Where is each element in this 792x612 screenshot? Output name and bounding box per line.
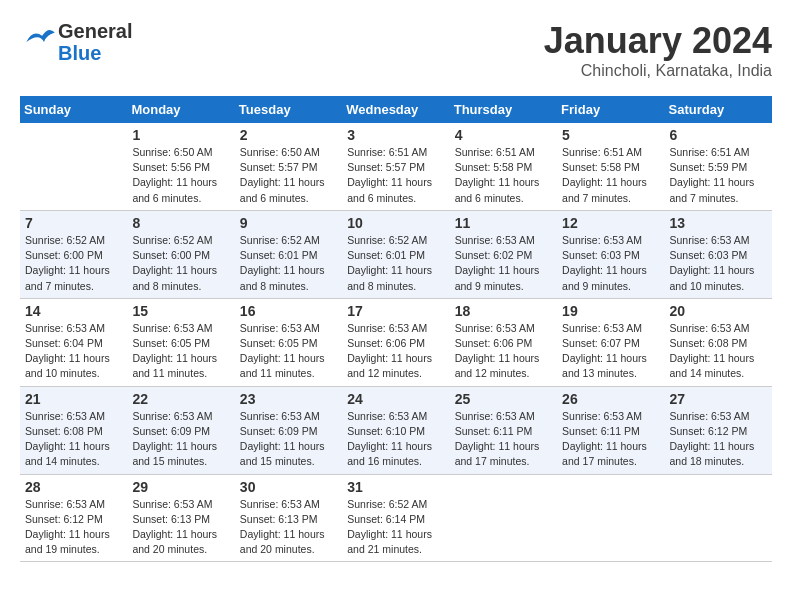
weekday-header-sunday: Sunday: [20, 96, 127, 123]
day-number: 6: [670, 127, 767, 143]
day-number: 31: [347, 479, 444, 495]
day-info: Sunrise: 6:51 AM Sunset: 5:58 PM Dayligh…: [455, 145, 552, 206]
calendar-cell: 14Sunrise: 6:53 AM Sunset: 6:04 PM Dayli…: [20, 298, 127, 386]
day-number: 25: [455, 391, 552, 407]
day-info: Sunrise: 6:53 AM Sunset: 6:05 PM Dayligh…: [132, 321, 229, 382]
calendar-cell: 21Sunrise: 6:53 AM Sunset: 6:08 PM Dayli…: [20, 386, 127, 474]
calendar-cell: 2Sunrise: 6:50 AM Sunset: 5:57 PM Daylig…: [235, 123, 342, 210]
day-number: 10: [347, 215, 444, 231]
day-info: Sunrise: 6:50 AM Sunset: 5:56 PM Dayligh…: [132, 145, 229, 206]
weekday-header-row: SundayMondayTuesdayWednesdayThursdayFrid…: [20, 96, 772, 123]
day-number: 7: [25, 215, 122, 231]
day-number: 1: [132, 127, 229, 143]
day-number: 20: [670, 303, 767, 319]
calendar-cell: 13Sunrise: 6:53 AM Sunset: 6:03 PM Dayli…: [665, 210, 772, 298]
weekday-header-thursday: Thursday: [450, 96, 557, 123]
day-number: 30: [240, 479, 337, 495]
calendar-cell: 9Sunrise: 6:52 AM Sunset: 6:01 PM Daylig…: [235, 210, 342, 298]
day-number: 12: [562, 215, 659, 231]
day-info: Sunrise: 6:51 AM Sunset: 5:58 PM Dayligh…: [562, 145, 659, 206]
day-info: Sunrise: 6:52 AM Sunset: 6:00 PM Dayligh…: [132, 233, 229, 294]
day-info: Sunrise: 6:53 AM Sunset: 6:08 PM Dayligh…: [25, 409, 122, 470]
week-row-3: 14Sunrise: 6:53 AM Sunset: 6:04 PM Dayli…: [20, 298, 772, 386]
day-info: Sunrise: 6:53 AM Sunset: 6:06 PM Dayligh…: [347, 321, 444, 382]
day-number: 2: [240, 127, 337, 143]
day-info: Sunrise: 6:51 AM Sunset: 5:57 PM Dayligh…: [347, 145, 444, 206]
day-info: Sunrise: 6:53 AM Sunset: 6:05 PM Dayligh…: [240, 321, 337, 382]
day-info: Sunrise: 6:52 AM Sunset: 6:14 PM Dayligh…: [347, 497, 444, 558]
calendar-cell: 28Sunrise: 6:53 AM Sunset: 6:12 PM Dayli…: [20, 474, 127, 562]
day-number: 16: [240, 303, 337, 319]
calendar-table: SundayMondayTuesdayWednesdayThursdayFrid…: [20, 96, 772, 562]
day-info: Sunrise: 6:53 AM Sunset: 6:11 PM Dayligh…: [562, 409, 659, 470]
day-info: Sunrise: 6:53 AM Sunset: 6:03 PM Dayligh…: [670, 233, 767, 294]
calendar-cell: 24Sunrise: 6:53 AM Sunset: 6:10 PM Dayli…: [342, 386, 449, 474]
logo: General Blue: [20, 20, 132, 64]
day-number: 13: [670, 215, 767, 231]
day-number: 26: [562, 391, 659, 407]
day-number: 11: [455, 215, 552, 231]
calendar-cell: 4Sunrise: 6:51 AM Sunset: 5:58 PM Daylig…: [450, 123, 557, 210]
calendar-cell: 20Sunrise: 6:53 AM Sunset: 6:08 PM Dayli…: [665, 298, 772, 386]
day-info: Sunrise: 6:53 AM Sunset: 6:02 PM Dayligh…: [455, 233, 552, 294]
day-info: Sunrise: 6:53 AM Sunset: 6:12 PM Dayligh…: [25, 497, 122, 558]
weekday-header-wednesday: Wednesday: [342, 96, 449, 123]
calendar-cell: 23Sunrise: 6:53 AM Sunset: 6:09 PM Dayli…: [235, 386, 342, 474]
day-info: Sunrise: 6:53 AM Sunset: 6:04 PM Dayligh…: [25, 321, 122, 382]
day-number: 18: [455, 303, 552, 319]
week-row-4: 21Sunrise: 6:53 AM Sunset: 6:08 PM Dayli…: [20, 386, 772, 474]
calendar-cell: 19Sunrise: 6:53 AM Sunset: 6:07 PM Dayli…: [557, 298, 664, 386]
calendar-cell: 18Sunrise: 6:53 AM Sunset: 6:06 PM Dayli…: [450, 298, 557, 386]
calendar-cell: [665, 474, 772, 562]
calendar-cell: 10Sunrise: 6:52 AM Sunset: 6:01 PM Dayli…: [342, 210, 449, 298]
title-block: January 2024 Chincholi, Karnataka, India: [544, 20, 772, 80]
day-info: Sunrise: 6:52 AM Sunset: 6:01 PM Dayligh…: [347, 233, 444, 294]
month-title: January 2024: [544, 20, 772, 62]
weekday-header-friday: Friday: [557, 96, 664, 123]
week-row-2: 7Sunrise: 6:52 AM Sunset: 6:00 PM Daylig…: [20, 210, 772, 298]
day-number: 3: [347, 127, 444, 143]
day-info: Sunrise: 6:53 AM Sunset: 6:07 PM Dayligh…: [562, 321, 659, 382]
calendar-cell: 26Sunrise: 6:53 AM Sunset: 6:11 PM Dayli…: [557, 386, 664, 474]
calendar-cell: 11Sunrise: 6:53 AM Sunset: 6:02 PM Dayli…: [450, 210, 557, 298]
day-number: 8: [132, 215, 229, 231]
day-number: 27: [670, 391, 767, 407]
day-info: Sunrise: 6:53 AM Sunset: 6:06 PM Dayligh…: [455, 321, 552, 382]
calendar-cell: 6Sunrise: 6:51 AM Sunset: 5:59 PM Daylig…: [665, 123, 772, 210]
day-info: Sunrise: 6:53 AM Sunset: 6:11 PM Dayligh…: [455, 409, 552, 470]
calendar-cell: 25Sunrise: 6:53 AM Sunset: 6:11 PM Dayli…: [450, 386, 557, 474]
page-header: General Blue January 2024 Chincholi, Kar…: [20, 20, 772, 80]
day-info: Sunrise: 6:52 AM Sunset: 6:01 PM Dayligh…: [240, 233, 337, 294]
day-info: Sunrise: 6:53 AM Sunset: 6:08 PM Dayligh…: [670, 321, 767, 382]
calendar-cell: 7Sunrise: 6:52 AM Sunset: 6:00 PM Daylig…: [20, 210, 127, 298]
calendar-cell: [20, 123, 127, 210]
day-info: Sunrise: 6:53 AM Sunset: 6:03 PM Dayligh…: [562, 233, 659, 294]
day-info: Sunrise: 6:53 AM Sunset: 6:10 PM Dayligh…: [347, 409, 444, 470]
day-info: Sunrise: 6:51 AM Sunset: 5:59 PM Dayligh…: [670, 145, 767, 206]
location: Chincholi, Karnataka, India: [544, 62, 772, 80]
calendar-cell: 17Sunrise: 6:53 AM Sunset: 6:06 PM Dayli…: [342, 298, 449, 386]
day-number: 23: [240, 391, 337, 407]
logo-line2: Blue: [58, 42, 132, 64]
day-number: 21: [25, 391, 122, 407]
calendar-cell: [557, 474, 664, 562]
day-number: 14: [25, 303, 122, 319]
weekday-header-tuesday: Tuesday: [235, 96, 342, 123]
calendar-cell: [450, 474, 557, 562]
calendar-cell: 12Sunrise: 6:53 AM Sunset: 6:03 PM Dayli…: [557, 210, 664, 298]
day-number: 15: [132, 303, 229, 319]
calendar-cell: 22Sunrise: 6:53 AM Sunset: 6:09 PM Dayli…: [127, 386, 234, 474]
week-row-1: 1Sunrise: 6:50 AM Sunset: 5:56 PM Daylig…: [20, 123, 772, 210]
calendar-cell: 3Sunrise: 6:51 AM Sunset: 5:57 PM Daylig…: [342, 123, 449, 210]
day-info: Sunrise: 6:53 AM Sunset: 6:13 PM Dayligh…: [132, 497, 229, 558]
day-number: 19: [562, 303, 659, 319]
day-number: 24: [347, 391, 444, 407]
calendar-cell: 31Sunrise: 6:52 AM Sunset: 6:14 PM Dayli…: [342, 474, 449, 562]
calendar-cell: 29Sunrise: 6:53 AM Sunset: 6:13 PM Dayli…: [127, 474, 234, 562]
day-info: Sunrise: 6:52 AM Sunset: 6:00 PM Dayligh…: [25, 233, 122, 294]
week-row-5: 28Sunrise: 6:53 AM Sunset: 6:12 PM Dayli…: [20, 474, 772, 562]
day-info: Sunrise: 6:50 AM Sunset: 5:57 PM Dayligh…: [240, 145, 337, 206]
calendar-cell: 5Sunrise: 6:51 AM Sunset: 5:58 PM Daylig…: [557, 123, 664, 210]
calendar-cell: 8Sunrise: 6:52 AM Sunset: 6:00 PM Daylig…: [127, 210, 234, 298]
day-info: Sunrise: 6:53 AM Sunset: 6:12 PM Dayligh…: [670, 409, 767, 470]
